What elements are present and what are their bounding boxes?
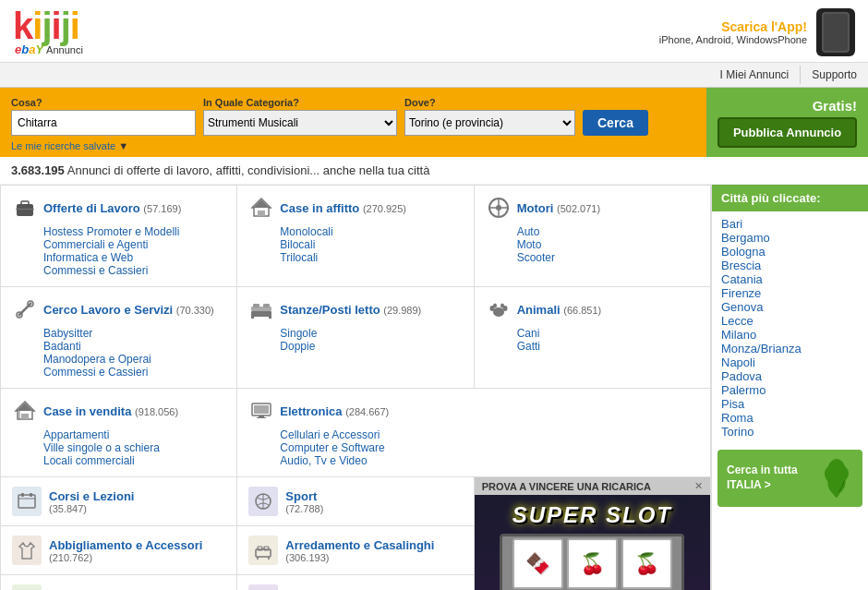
gratis-label: Gratis!: [717, 98, 857, 114]
categoria-select[interactable]: Strumenti Musicali: [203, 110, 397, 136]
cat-sub-link[interactable]: Commessi e Cassieri: [43, 366, 148, 379]
cat-link-animali[interactable]: Animali (66.851): [517, 303, 602, 317]
pubblica-side: Gratis! Pubblica Annuncio: [706, 88, 868, 157]
city-monza[interactable]: Monza/Brianza: [721, 342, 802, 355]
city-brescia[interactable]: Brescia: [721, 259, 761, 272]
stats-bar: 3.683.195 Annunci di offerte di lavoro, …: [0, 157, 868, 185]
cat-libri: Libri, Film e Musica: [237, 575, 473, 590]
cat-sub-link[interactable]: Badanti: [43, 340, 81, 353]
cat-sub-link[interactable]: Trilocali: [280, 251, 318, 264]
svg-rect-19: [251, 316, 254, 319]
ad-banner[interactable]: PROVA A VINCERE UNA RICARICA ✕ SUPER SLO…: [475, 477, 710, 590]
cat-sub-link[interactable]: Babysitter: [43, 327, 92, 340]
search-main: Cosa? In Quale Categoria? Strumenti Musi…: [0, 88, 706, 157]
cat-link-motori[interactable]: Motori (502.071): [517, 201, 600, 215]
city-roma[interactable]: Roma: [721, 411, 753, 425]
cat-link-stanze[interactable]: Stanze/Posti letto (29.989): [280, 303, 421, 317]
cat-link-affitto[interactable]: Case in affitto (270.925): [280, 201, 406, 215]
city-firenze[interactable]: Firenze: [721, 286, 761, 300]
cosa-label: Cosa?: [11, 97, 196, 108]
slot-machine[interactable]: 🍫 🍒 🍒: [500, 534, 684, 590]
nav-item-supporto[interactable]: Supporto: [801, 66, 868, 84]
city-milano[interactable]: Milano: [721, 328, 756, 342]
cosa-input[interactable]: [11, 110, 196, 136]
bottom-col2: Sport (72.788) Arredamento e Casalinghi …: [237, 477, 474, 590]
cat-sub-link[interactable]: Ville singole o a schiera: [43, 441, 160, 454]
cat-sub-link[interactable]: Commerciali e Agenti: [43, 238, 148, 251]
city-napoli[interactable]: Napoli: [721, 355, 755, 369]
sidebar: Città più cliccate: Bari Bergamo Bologna…: [711, 185, 868, 590]
house-icon: [248, 195, 274, 221]
cat-sub-link[interactable]: Cani: [517, 327, 540, 340]
dove-select[interactable]: Torino (e provincia): [404, 110, 575, 136]
logo-kijiji[interactable]: kijiji: [13, 7, 79, 44]
city-bergamo[interactable]: Bergamo: [721, 231, 770, 245]
app-sub-text: iPhone, Android, WindowsPhone: [659, 34, 807, 45]
city-palermo[interactable]: Palermo: [721, 383, 766, 397]
arredamento-icon: [248, 536, 278, 565]
svg-rect-37: [30, 493, 32, 497]
cat-sub-link[interactable]: Manodopera e Operai: [43, 353, 151, 366]
city-bari[interactable]: Bari: [721, 217, 742, 231]
cat-sub-link[interactable]: Informatica e Web: [43, 251, 133, 264]
cat-sub-link[interactable]: Auto: [517, 225, 540, 238]
nav-item-annunci[interactable]: I Miei Annunci: [709, 66, 802, 84]
cat-sub-link[interactable]: Scooter: [517, 251, 555, 264]
ad-prova-bar: PROVA A VINCERE UNA RICARICA ✕: [475, 477, 710, 495]
cat-link-lavoro[interactable]: Offerte di Lavoro (57.169): [43, 201, 181, 215]
cat-link-corsi[interactable]: Corsi e Lezioni: [49, 489, 134, 503]
libri-icon: [248, 584, 278, 590]
cat-sub-link[interactable]: Gatti: [517, 340, 540, 353]
cat-arredamento: Arredamento e Casalinghi (306.193): [237, 526, 473, 575]
ad-slot-content: SUPER SLOT 🍫 🍒 🍒 20 € 10 € 5 € 0 €: [475, 495, 710, 590]
cerca-button[interactable]: Cerca: [583, 110, 648, 136]
phone-icon: [816, 8, 855, 56]
city-genova[interactable]: Genova: [721, 300, 764, 314]
cat-sub-link[interactable]: Computer e Software: [280, 441, 384, 454]
cat-sub-link[interactable]: Commessi e Cassieri: [43, 264, 148, 277]
cat-link-cerco[interactable]: Cerco Lavoro e Servizi (70.330): [43, 303, 214, 317]
svg-rect-36: [21, 493, 24, 497]
cat-sub-link[interactable]: Monolocali: [280, 225, 332, 238]
svg-rect-2: [16, 209, 34, 210]
ad-prova-text: PROVA A VINCERE UNA RICARICA: [482, 481, 651, 492]
svg-rect-44: [258, 547, 262, 550]
city-pisa[interactable]: Pisa: [721, 397, 744, 411]
cat-sub-link[interactable]: Cellulari e Accessori: [280, 428, 380, 441]
header: kijiji ebaY Annunci Scarica l'App! iPhon…: [0, 0, 868, 63]
cat-cell-stanze: Stanze/Posti letto (29.989) Singole Dopp…: [237, 287, 474, 389]
cat-grid-top: Offerte di Lavoro (57.169) Hostess Promo…: [0, 185, 711, 477]
cat-cell-affitto: Case in affitto (270.925) Monolocali Bil…: [237, 186, 474, 287]
cat-link-vendita[interactable]: Case in vendita (918.056): [43, 404, 178, 418]
ebay-annunci: ebaY Annunci: [15, 42, 83, 56]
cerca-italia-box[interactable]: Cerca in tuttaITALIA >: [717, 450, 862, 507]
abbigliamento-icon: [12, 536, 42, 565]
cat-link-arredamento[interactable]: Arredamento e Casalinghi: [285, 538, 434, 552]
cat-link-sport[interactable]: Sport: [285, 489, 317, 503]
cat-count-sport: (72.788): [285, 503, 323, 514]
cat-link-abbigliamento[interactable]: Abbigliamento e Accessori: [49, 538, 202, 552]
cat-count-arredamento: (306.193): [285, 552, 434, 563]
cat-sub-link[interactable]: Doppie: [280, 340, 315, 353]
cat-sub-link[interactable]: Appartamenti: [43, 428, 109, 441]
annunci-label: Annunci: [46, 44, 83, 55]
cat-sub-link[interactable]: Locali commerciali: [43, 454, 135, 467]
city-lecce[interactable]: Lecce: [721, 314, 753, 328]
monitor-icon: [248, 398, 274, 424]
city-padova[interactable]: Padova: [721, 369, 762, 383]
ad-close-icon[interactable]: ✕: [694, 480, 703, 492]
city-catania[interactable]: Catania: [721, 272, 763, 286]
city-torino[interactable]: Torino: [721, 425, 753, 439]
cat-sub-link[interactable]: Audio, Tv e Video: [280, 454, 367, 467]
logo-area: kijiji ebaY Annunci: [13, 7, 83, 56]
pubblica-button[interactable]: Pubblica Annuncio: [717, 117, 857, 148]
cat-cell-motori: Motori (502.071) Auto Moto Scooter: [475, 186, 711, 287]
cat-link-elettronica[interactable]: Elettronica (284.667): [280, 404, 389, 418]
cat-sub-link[interactable]: Hostess Promoter e Modelli: [43, 225, 179, 238]
city-bologna[interactable]: Bologna: [721, 245, 766, 259]
main-layout: Offerte di Lavoro (57.169) Hostess Promo…: [0, 185, 868, 590]
cat-sub-link[interactable]: Bilocali: [280, 238, 315, 251]
saved-searches[interactable]: Le mie ricerche salvate ▼: [11, 140, 695, 151]
cat-sub-link[interactable]: Singole: [280, 327, 317, 340]
cat-sub-link[interactable]: Moto: [517, 238, 542, 251]
